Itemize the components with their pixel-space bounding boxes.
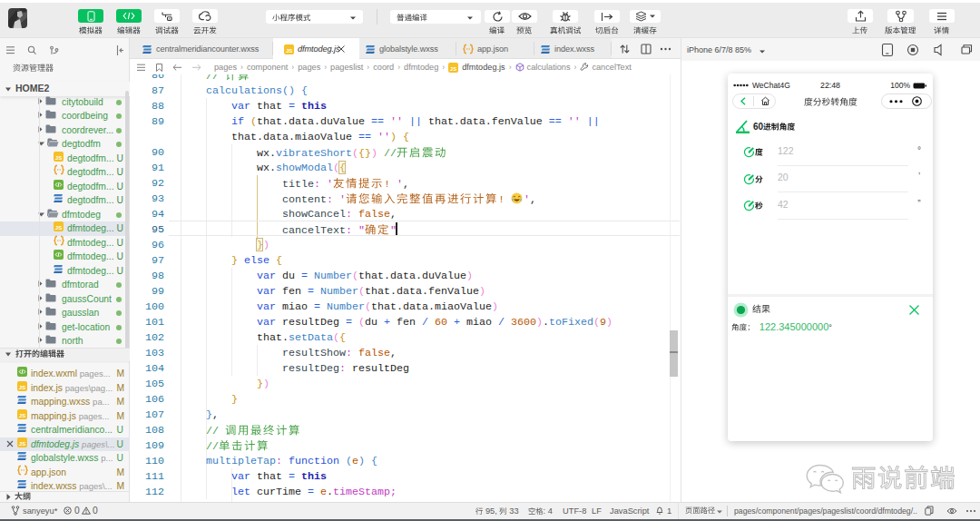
svg-text:JS: JS (55, 225, 62, 231)
svg-text:JS: JS (286, 47, 292, 53)
svg-text:JS: JS (19, 385, 25, 390)
svg-text:JS: JS (19, 441, 25, 447)
svg-text:JS: JS (55, 155, 62, 161)
svg-text:JS: JS (19, 413, 25, 418)
svg-text:JS: JS (450, 65, 456, 71)
